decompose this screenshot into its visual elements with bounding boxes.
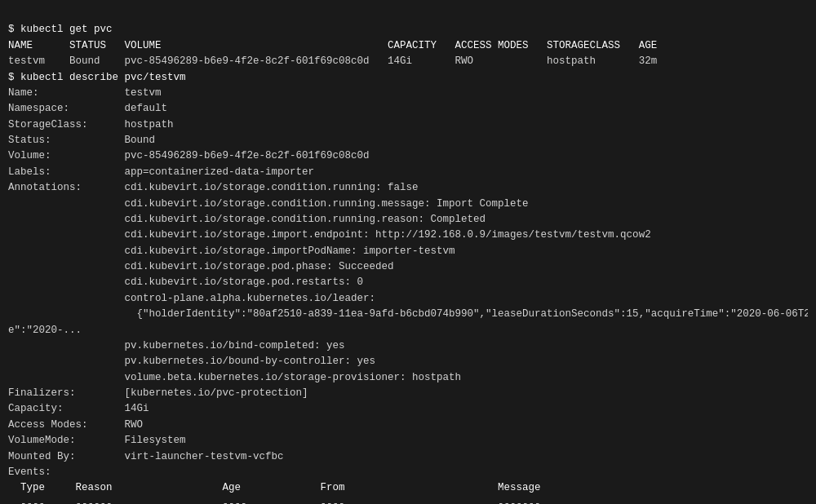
- terminal-line-labels: Labels: app=containerized-data-importer: [8, 165, 808, 180]
- terminal-line-ann12: pv.kubernetes.io/bound-by-controller: ye…: [8, 354, 808, 369]
- terminal-line-ann4: cdi.kubevirt.io/storage.import.endpoint:…: [8, 228, 808, 243]
- terminal-line-cmd1: $ kubectl get pvc: [8, 22, 808, 38]
- terminal-line-ann5: cdi.kubevirt.io/storage.importPodName: i…: [8, 244, 808, 259]
- terminal-line-ann3: cdi.kubevirt.io/storage.condition.runnin…: [8, 212, 808, 228]
- terminal-line-storageclass: StorageClass: hostpath: [8, 117, 808, 133]
- terminal-line-ann2: cdi.kubevirt.io/storage.condition.runnin…: [8, 197, 808, 212]
- terminal-line-capacity: Capacity: 14Gi: [8, 401, 808, 417]
- terminal-line-mountedby: Mounted By: virt-launcher-testvm-vcfbc: [8, 449, 808, 465]
- terminal-line-finalizers: Finalizers: [kubernetes.io/pvc-protectio…: [8, 386, 808, 401]
- terminal-line-ann1: Annotations: cdi.kubevirt.io/storage.con…: [8, 180, 808, 196]
- terminal-line-status: Status: Bound: [8, 133, 808, 148]
- terminal-line-namespace: Namespace: default: [8, 101, 808, 117]
- terminal-line-volume: Volume: pvc-85496289-b6e9-4f2e-8c2f-601f…: [8, 148, 808, 164]
- terminal-line-ann13: volume.beta.kubernetes.io/storage-provis…: [8, 370, 808, 386]
- terminal-line-ann6: cdi.kubevirt.io/storage.pod.phase: Succe…: [8, 259, 808, 275]
- terminal-line-ann9: {"holderIdentity":"80af2510-a839-11ea-9a…: [8, 307, 808, 322]
- terminal-line-name: Name: testvm: [8, 86, 808, 101]
- terminal-output: $ kubectl get pvcNAME STATUS VOLUME CAPA…: [8, 7, 808, 504]
- terminal-line-accessmodes: Access Modes: RWO: [8, 418, 808, 433]
- terminal-line-cmd2: $ kubectl describe pvc/testvm: [8, 70, 808, 86]
- terminal-line-ann8: control-plane.alpha.kubernetes.io/leader…: [8, 291, 808, 307]
- terminal-line-volumemode: VolumeMode: Filesystem: [8, 433, 808, 449]
- terminal-line-ann10: e":"2020-...: [8, 323, 808, 338]
- terminal-line-row1: testvm Bound pvc-85496289-b6e9-4f2e-8c2f…: [8, 54, 808, 69]
- terminal-line-evheader: Type Reason Age From Message: [8, 480, 808, 496]
- terminal-line-ann7: cdi.kubevirt.io/storage.pod.restarts: 0: [8, 275, 808, 290]
- terminal-line-header1: NAME STATUS VOLUME CAPACITY ACCESS MODES…: [8, 38, 808, 54]
- terminal-line-evdash: ---- ------ ---- ---- -------: [8, 497, 808, 504]
- terminal-line-ann11: pv.kubernetes.io/bind-completed: yes: [8, 338, 808, 354]
- terminal-line-events: Events:: [8, 465, 808, 480]
